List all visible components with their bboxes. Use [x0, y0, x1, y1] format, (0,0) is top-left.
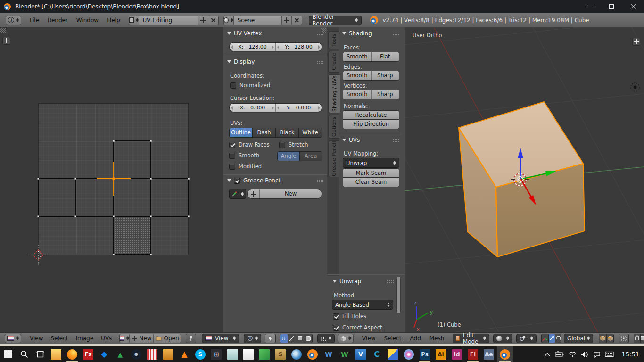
snap-toggle-button[interactable] — [634, 334, 641, 343]
v3d-menu-mesh[interactable]: Mesh — [428, 335, 446, 342]
normalized-checkbox[interactable] — [230, 82, 236, 89]
panel-grip-icon[interactable] — [316, 60, 324, 64]
menu-window[interactable]: Window — [74, 17, 100, 24]
uv-face-selected[interactable] — [114, 216, 151, 255]
start-button[interactable] — [0, 346, 16, 362]
increment-arrow-icon[interactable] — [272, 106, 274, 110]
taskbar-icon-blender-pinned[interactable] — [305, 346, 321, 362]
interaction-mode-dropdown[interactable]: Edit Mode — [453, 334, 489, 343]
taskbar-icon-amber-lock[interactable] — [160, 346, 176, 362]
normalized-checkbox-row[interactable]: Normalized — [230, 82, 270, 89]
increment-arrow-icon[interactable] — [318, 106, 320, 110]
uv-mode-white-button[interactable]: White — [299, 128, 322, 137]
area-button[interactable]: Area — [300, 152, 322, 161]
taskbar-icon-color-disc[interactable] — [401, 346, 417, 362]
action-center-icon[interactable] — [593, 351, 601, 358]
decrement-arrow-icon[interactable] — [231, 45, 233, 49]
draw-faces-checkbox[interactable] — [229, 142, 235, 148]
close-scene-button[interactable] — [292, 16, 302, 25]
v3d-menu-view[interactable]: View — [360, 335, 377, 342]
taskbar-icon-vlc[interactable]: ▲ — [176, 346, 192, 362]
uv-vertex-selected[interactable] — [113, 178, 115, 180]
scene-browse-button[interactable] — [224, 16, 234, 25]
stretch-row[interactable]: Stretch — [279, 141, 308, 148]
unwrap-method-menu[interactable]: Angle Based — [332, 300, 393, 310]
maximize-button[interactable] — [601, 0, 622, 13]
screen-layout-browse-button[interactable] — [129, 16, 139, 25]
taskbar-icon-file-explorer[interactable] — [48, 346, 64, 362]
uv-view-dropdown[interactable]: View — [202, 334, 239, 343]
uv-vertex-x-slider[interactable]: X: 128.00 — [230, 43, 275, 51]
lamp-object[interactable] — [631, 83, 639, 91]
uv-2d-cursor[interactable] — [28, 245, 49, 265]
limit-selection-visible-toggle[interactable] — [619, 334, 629, 343]
taskbar-icon-flash[interactable]: Fl — [465, 346, 481, 362]
tray-chevron-icon[interactable] — [544, 352, 551, 357]
minimize-button[interactable] — [579, 0, 601, 13]
grease-pencil-new-button[interactable]: New — [260, 189, 322, 198]
taskbar-icon-photoshop[interactable]: Ps — [417, 346, 433, 362]
tab-tools[interactable]: Tools — [328, 31, 339, 49]
panel-grip-icon[interactable] — [387, 280, 394, 283]
transform-orientation-dropdown[interactable]: Global — [564, 334, 593, 343]
fill-holes-row[interactable]: Fill Holes — [333, 313, 366, 320]
tab-create[interactable]: Create — [328, 51, 339, 73]
battery-icon[interactable] — [555, 351, 564, 357]
taskbar-icon-blender-active[interactable] — [497, 346, 513, 362]
taskbar-icon-blue-disc[interactable] — [289, 346, 305, 362]
view3d-editor-type-button[interactable] — [338, 334, 354, 343]
manipulator-translate-button[interactable] — [549, 334, 555, 343]
image-new-button[interactable]: New — [130, 334, 154, 343]
vertices-smooth-button[interactable]: Smooth — [343, 90, 372, 99]
edge-mode-button[interactable] — [607, 334, 614, 343]
panel-grip-icon[interactable] — [316, 179, 324, 182]
add-layout-button[interactable] — [198, 16, 208, 25]
uv-menu-uvs[interactable]: UVs — [99, 335, 114, 342]
uv-mode-dash-button[interactable]: Dash — [253, 128, 276, 137]
pin-image-button[interactable] — [186, 334, 196, 343]
taskbar-icon-notepad[interactable] — [224, 346, 240, 362]
add-scene-button[interactable] — [282, 16, 292, 25]
menu-file[interactable]: File — [28, 17, 41, 24]
taskbar-search-button[interactable] — [16, 346, 32, 362]
taskbar-icon-firefox[interactable] — [64, 346, 80, 362]
close-layout-button[interactable] — [208, 16, 218, 25]
uv-mapping-menu[interactable]: Unwrap — [343, 158, 399, 168]
decrement-arrow-icon[interactable] — [277, 106, 279, 110]
view3d-viewport[interactable]: z y x User Ortho (1) Cube — [405, 27, 644, 332]
uv-editor-type-button[interactable] — [5, 334, 21, 343]
uv-image-editor-canvas[interactable] — [0, 27, 223, 332]
modified-row[interactable]: Modified — [229, 163, 262, 170]
panel-grip-icon[interactable] — [392, 32, 400, 35]
uv-select-face-button[interactable] — [296, 334, 304, 343]
v3d-menu-select[interactable]: Select — [382, 335, 403, 342]
uv-menu-select[interactable]: Select — [49, 335, 70, 342]
taskbar-icon-winx-blue[interactable]: W — [321, 346, 337, 362]
uv-select-edge-button[interactable] — [288, 334, 296, 343]
pivot-point-dropdown[interactable] — [516, 334, 537, 343]
panel-grip-icon[interactable] — [392, 139, 400, 142]
taskbar-icon-green-app[interactable] — [256, 346, 272, 362]
render-engine-select[interactable]: Blender Render — [309, 16, 362, 25]
draw-faces-row[interactable]: Draw Faces — [229, 141, 270, 148]
shading-panel-header[interactable]: Shading — [342, 30, 400, 37]
decrement-arrow-icon[interactable] — [231, 106, 233, 110]
viewport-shading-dropdown[interactable] — [493, 334, 512, 343]
taskbar-icon-popcorn-time[interactable] — [144, 346, 160, 362]
uv-select-island-button[interactable] — [304, 334, 312, 343]
increment-arrow-icon[interactable] — [318, 45, 320, 49]
screen-layout-name[interactable]: UV Editing — [139, 16, 198, 25]
toolshelf-scrollbar[interactable] — [396, 276, 401, 314]
v3d-menu-add[interactable]: Add — [408, 335, 423, 342]
taskbar-icon-illustrator[interactable]: Ai — [433, 346, 449, 362]
scene-name[interactable]: Scene — [234, 16, 282, 25]
menu-help[interactable]: Help — [105, 17, 122, 24]
correct-aspect-checkbox[interactable] — [333, 325, 339, 331]
smooth-checkbox[interactable] — [229, 153, 235, 159]
vertices-sharp-button[interactable]: Sharp — [372, 90, 399, 99]
display-panel-header[interactable]: Display — [227, 58, 324, 65]
taskbar-icon-ledger-book[interactable]: S — [272, 346, 289, 362]
grease-pencil-checkbox[interactable] — [234, 178, 240, 184]
flip-direction-button[interactable]: Flip Direction — [343, 120, 399, 129]
taskbar-icon-lightning-app[interactable] — [385, 346, 401, 362]
